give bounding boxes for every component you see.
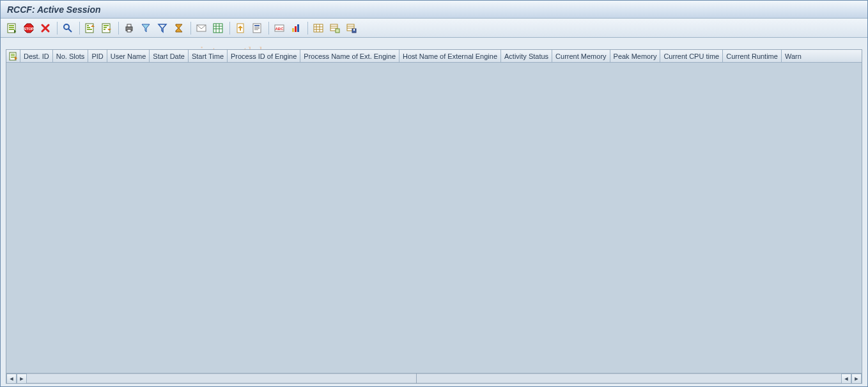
scroll-track-right[interactable] <box>417 374 841 383</box>
svg-rect-39 <box>295 26 297 32</box>
sum-button[interactable] <box>171 21 187 35</box>
filter-set-button[interactable] <box>138 21 153 35</box>
print-button[interactable] <box>121 21 137 35</box>
filter-button[interactable] <box>155 21 170 35</box>
layout-select-icon <box>330 23 340 33</box>
svg-rect-2 <box>9 27 14 28</box>
mail-icon <box>196 23 206 33</box>
svg-rect-1 <box>9 25 14 26</box>
export-word-button[interactable] <box>249 21 265 35</box>
mail-button[interactable] <box>194 21 209 35</box>
export-file-button[interactable] <box>233 21 248 35</box>
svg-rect-54 <box>353 29 355 31</box>
svg-line-7 <box>68 29 72 32</box>
svg-marker-21 <box>142 24 150 32</box>
svg-rect-20 <box>127 29 131 32</box>
toolbar-separator <box>268 22 269 35</box>
svg-rect-15 <box>104 27 107 28</box>
svg-rect-19 <box>127 24 131 27</box>
graphic-icon <box>291 23 301 33</box>
svg-rect-57 <box>11 55 15 56</box>
filter-icon <box>157 23 167 33</box>
layout-save-button[interactable] <box>344 21 359 35</box>
details-button[interactable] <box>60 21 75 35</box>
col-header-start-time[interactable]: Start Time <box>189 50 228 62</box>
hscroll-left: ◄ ► <box>6 374 417 383</box>
col-header-activity[interactable]: Activity Status <box>501 50 552 62</box>
scroll-track-left[interactable] <box>27 374 416 383</box>
col-header-cur-mem[interactable]: Current Memory <box>552 50 610 62</box>
toolbar-separator <box>190 22 191 35</box>
refresh-button[interactable] <box>4 21 20 35</box>
col-header-host-ext[interactable]: Host Name of External Engine <box>399 50 501 62</box>
sort-asc-button[interactable] <box>82 21 98 35</box>
toolbar-separator <box>79 22 80 35</box>
grid-header-row: Dest. ID No. Slots PID User Name Start D… <box>6 50 862 63</box>
layout-select-button[interactable] <box>327 21 343 35</box>
svg-rect-11 <box>87 29 92 30</box>
export-excel-icon <box>213 23 223 33</box>
toolbar-separator <box>118 22 119 35</box>
col-header-pid[interactable]: PID <box>88 50 107 62</box>
col-header-warn[interactable]: Warn <box>782 50 805 62</box>
sum-icon <box>174 23 184 33</box>
cancel-icon <box>40 23 50 33</box>
select-all-button[interactable] <box>6 50 20 62</box>
layout-change-icon <box>313 23 323 33</box>
export-excel-button[interactable] <box>210 21 226 35</box>
toolbar: www.internetlabs.com STOP <box>1 19 867 38</box>
col-header-dest-id[interactable]: Dest. ID <box>20 50 53 62</box>
svg-rect-34 <box>254 28 260 29</box>
svg-rect-3 <box>9 29 14 30</box>
title-bar: RCCF: Active Session <box>1 1 867 19</box>
sort-asc-icon <box>85 23 95 33</box>
layout-change-button[interactable] <box>311 21 326 35</box>
toolbar-separator <box>229 22 230 35</box>
col-header-runtime[interactable]: Current Runtime <box>723 50 782 62</box>
col-header-no-slots[interactable]: No. Slots <box>53 50 89 62</box>
cancel-button[interactable] <box>38 21 53 35</box>
horizontal-scrollbars: ◄ ► ◄ ► <box>6 373 862 383</box>
spacer <box>1 38 867 49</box>
svg-rect-16 <box>104 29 105 30</box>
col-header-peak-mem[interactable]: Peak Memory <box>610 50 661 62</box>
svg-rect-56 <box>11 54 15 55</box>
content-area: Dest. ID No. Slots PID User Name Start D… <box>1 49 867 386</box>
layout-save-icon <box>346 23 357 33</box>
scroll-left-button-2[interactable]: ◄ <box>841 374 851 384</box>
scroll-right-button[interactable]: ► <box>17 374 27 384</box>
col-header-proc-name-ext[interactable]: Process Name of Ext. Engine <box>300 50 399 62</box>
select-all-icon <box>9 52 18 61</box>
toolbar-separator <box>307 22 308 35</box>
svg-rect-32 <box>254 25 260 26</box>
svg-rect-58 <box>11 57 15 58</box>
svg-rect-24 <box>213 24 222 33</box>
sort-desc-icon <box>102 23 112 33</box>
svg-text:ABC: ABC <box>275 27 284 31</box>
scroll-left-button[interactable]: ◄ <box>6 374 17 384</box>
scroll-right-button-2[interactable]: ► <box>851 374 862 384</box>
alv-grid: Dest. ID No. Slots PID User Name Start D… <box>6 49 862 384</box>
col-header-cpu-time[interactable]: Current CPU time <box>660 50 723 62</box>
svg-rect-33 <box>254 27 260 28</box>
hscroll-right: ◄ ► <box>417 374 862 383</box>
col-header-start-date[interactable]: Start Date <box>150 50 189 62</box>
stop-button[interactable]: STOP <box>21 21 36 35</box>
col-header-user-name[interactable]: User Name <box>107 50 150 62</box>
abc-icon: ABC <box>274 23 284 33</box>
svg-rect-40 <box>297 24 299 32</box>
graphic-button[interactable] <box>288 21 304 35</box>
svg-rect-49 <box>336 29 339 33</box>
svg-rect-41 <box>314 24 323 32</box>
svg-rect-38 <box>292 28 294 32</box>
toolbar-separator <box>57 22 58 35</box>
svg-point-6 <box>64 24 69 29</box>
col-header-proc-id-engine[interactable]: Process ID of Engine <box>228 50 300 62</box>
stop-icon: STOP <box>24 23 34 33</box>
sort-desc-button[interactable] <box>99 21 114 35</box>
svg-rect-9 <box>87 25 89 26</box>
filter-set-icon <box>141 23 151 33</box>
svg-rect-10 <box>87 27 90 28</box>
export-file-icon <box>235 23 245 33</box>
abc-button[interactable]: ABC <box>272 21 287 35</box>
